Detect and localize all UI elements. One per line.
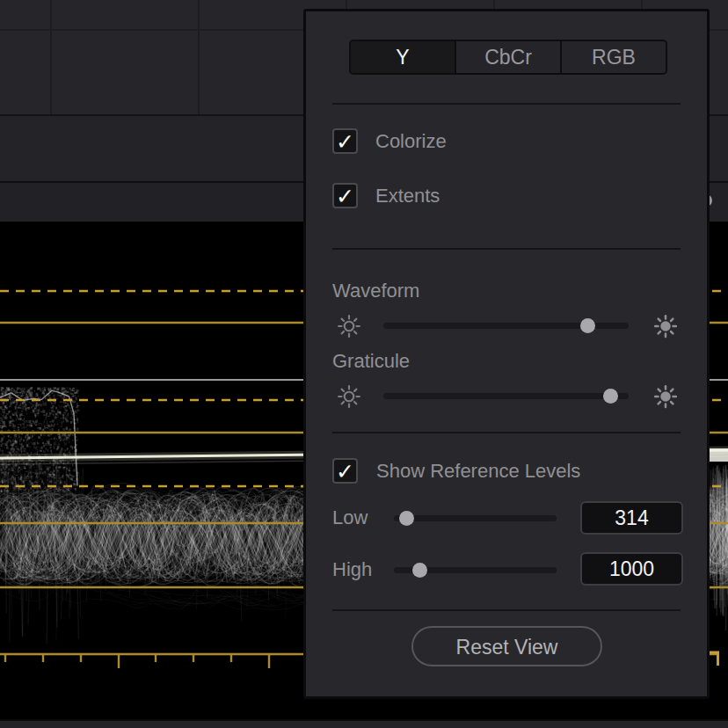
graticule-brightness-slider[interactable] [383, 393, 629, 399]
waveform-slider-handle[interactable] [580, 318, 595, 333]
sun-bright-icon [652, 313, 679, 339]
waveform-brightness-slider[interactable] [383, 323, 629, 329]
checkmark-icon: ✓ [336, 129, 354, 154]
divider [332, 103, 681, 105]
extents-label: Extents [375, 183, 440, 208]
tab-cbcr[interactable]: CbCr [455, 41, 560, 73]
high-level-slider[interactable] [394, 567, 557, 573]
colorize-checkbox[interactable]: ✓ [332, 128, 358, 154]
low-value-field[interactable]: 314 [580, 501, 683, 535]
divider [332, 248, 681, 250]
divider [332, 609, 681, 611]
divider [332, 432, 681, 433]
tab-rgb[interactable]: RGB [560, 41, 666, 73]
graticule-slider-label: Graticule [332, 349, 410, 374]
checkmark-icon: ✓ [336, 184, 354, 208]
show-reference-levels-label: Show Reference Levels [376, 458, 580, 484]
high-value-field[interactable]: 1000 [580, 552, 683, 586]
tab-y[interactable]: Y [351, 41, 455, 73]
scope-mode-tabs: Y CbCr RGB [349, 40, 667, 75]
scope-settings-popup: Y CbCr RGB ✓ Colorize ✓ Extents Waveform [303, 9, 710, 699]
graticule-slider-handle[interactable] [603, 389, 618, 404]
sun-bright-icon [652, 383, 679, 410]
bottom-strip [0, 719, 728, 728]
checkmark-icon: ✓ [336, 459, 354, 484]
scope-window: Y CbCr RGB ✓ Colorize ✓ Extents Waveform [0, 0, 728, 728]
high-slider-handle[interactable] [412, 563, 427, 578]
extents-checkbox[interactable]: ✓ [332, 183, 358, 208]
low-slider-handle[interactable] [399, 511, 414, 526]
waveform-slider-label: Waveform [332, 279, 419, 303]
reset-view-button[interactable]: Reset View [411, 626, 602, 666]
show-reference-levels-checkbox[interactable]: ✓ [332, 458, 358, 484]
high-label: High [332, 557, 372, 583]
sun-dim-icon [336, 383, 362, 410]
colorize-label: Colorize [375, 128, 447, 154]
low-label: Low [332, 505, 368, 531]
low-level-slider[interactable] [394, 515, 557, 521]
sun-dim-icon [336, 313, 362, 339]
